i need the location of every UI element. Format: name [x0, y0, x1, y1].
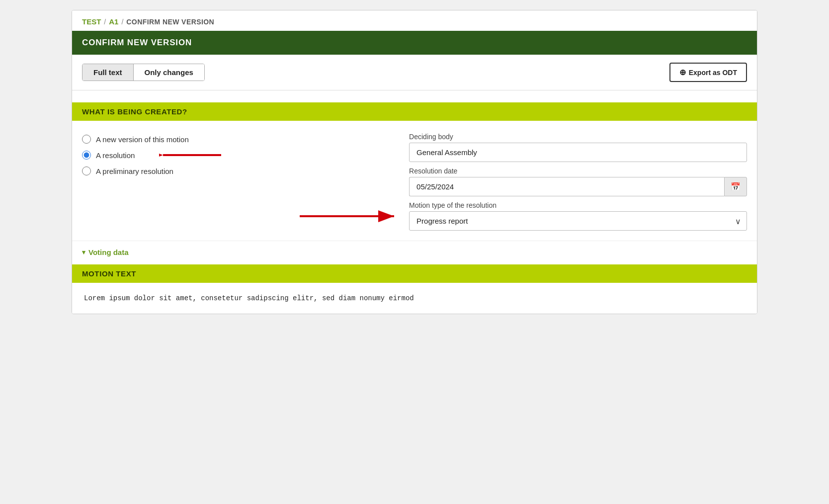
- voting-data-link[interactable]: ▾ Voting data: [82, 248, 747, 256]
- export-label: Export as ODT: [689, 69, 737, 77]
- radio-group: A new version of this motion A resolutio…: [82, 135, 389, 175]
- calendar-icon: 📅: [731, 182, 741, 191]
- radio-new-version: A new version of this motion: [82, 135, 389, 144]
- export-icon: ⊕: [679, 68, 686, 77]
- content-area: A new version of this motion A resolutio…: [72, 121, 757, 241]
- tab-full-text[interactable]: Full text: [83, 64, 134, 81]
- resolution-date-label: Resolution date: [409, 167, 747, 175]
- what-section-header: WHAT IS BEING CREATED?: [72, 102, 757, 121]
- radio-preliminary-input[interactable]: [82, 167, 91, 175]
- deciding-body-label: Deciding body: [409, 133, 747, 141]
- what-section-title: WHAT IS BEING CREATED?: [82, 107, 187, 116]
- breadcrumb: TEST / A1 / CONFIRM NEW VERSION: [72, 10, 757, 31]
- deciding-body-field: Deciding body: [409, 133, 747, 162]
- deciding-body-input[interactable]: [409, 143, 747, 162]
- voting-data-label: Voting data: [88, 248, 129, 256]
- export-odt-button[interactable]: ⊕ Export as ODT: [669, 63, 747, 82]
- calendar-button[interactable]: 📅: [724, 177, 747, 196]
- page-wrapper: TEST / A1 / CONFIRM NEW VERSION CONFIRM …: [72, 10, 757, 314]
- motion-type-select[interactable]: Progress report Other: [409, 211, 747, 231]
- breadcrumb-sep-2: /: [121, 18, 123, 26]
- arrow-left-icon: [159, 148, 224, 162]
- right-column: Deciding body Resolution date 📅 Motion t…: [409, 133, 747, 231]
- motion-text-area: Lorem ipsum dolor sit amet, consetetur s…: [72, 283, 757, 314]
- motion-text-content: Lorem ipsum dolor sit amet, consetetur s…: [84, 293, 745, 304]
- radio-new-version-label: A new version of this motion: [96, 135, 189, 144]
- breadcrumb-test[interactable]: TEST: [82, 17, 101, 26]
- voting-section: ▾ Voting data: [72, 241, 757, 264]
- radio-preliminary: A preliminary resolution: [82, 167, 389, 175]
- voting-chevron-icon: ▾: [82, 249, 85, 256]
- page-title: CONFIRM NEW VERSION: [82, 38, 192, 47]
- header-bar: CONFIRM NEW VERSION: [72, 31, 757, 55]
- motion-type-label: Motion type of the resolution: [409, 201, 747, 209]
- motion-text-section-header: MOTION TEXT: [72, 264, 757, 283]
- radio-resolution-label: A resolution: [96, 151, 135, 160]
- breadcrumb-a1[interactable]: A1: [109, 17, 118, 26]
- divider-area: [72, 90, 757, 102]
- tab-group: Full text Only changes: [82, 64, 205, 81]
- motion-text-section-title: MOTION TEXT: [82, 269, 136, 278]
- radio-resolution-input[interactable]: [82, 151, 91, 160]
- resolution-date-input[interactable]: [409, 177, 724, 196]
- radio-new-version-input[interactable]: [82, 135, 91, 144]
- radio-resolution: A resolution: [82, 151, 389, 160]
- toolbar: Full text Only changes ⊕ Export as ODT: [72, 55, 757, 90]
- motion-type-field: Motion type of the resolution Progress r…: [409, 201, 747, 231]
- motion-type-select-wrapper: Progress report Other ∨: [409, 211, 747, 231]
- radio-preliminary-label: A preliminary resolution: [96, 167, 173, 175]
- tab-only-changes[interactable]: Only changes: [134, 64, 204, 81]
- date-row: 📅: [409, 177, 747, 196]
- breadcrumb-current: CONFIRM NEW VERSION: [126, 18, 214, 26]
- resolution-date-field: Resolution date 📅: [409, 167, 747, 196]
- breadcrumb-sep-1: /: [104, 18, 106, 26]
- arrow-right-icon: [300, 209, 399, 223]
